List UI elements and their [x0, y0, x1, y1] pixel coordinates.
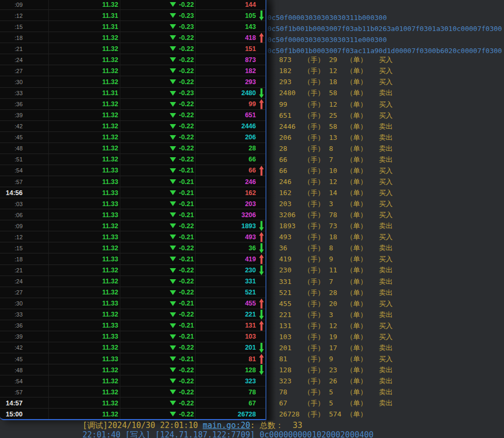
table-row[interactable]: :45 11.33 -0.21 81	[0, 353, 265, 364]
trade-side-label: 买入	[379, 253, 393, 264]
table-row[interactable]: :15 11.32 -0.22 36	[0, 242, 265, 253]
table-row[interactable]: :12 11.31 -0.23 105	[0, 10, 265, 21]
table-row[interactable]: :33 11.31 -0.23 2480	[0, 88, 265, 99]
trade-time: 14:56	[0, 189, 48, 197]
arrow-cell	[258, 32, 265, 43]
down-triangle-icon	[170, 412, 176, 416]
trade-price: 11.32	[48, 34, 120, 42]
table-row[interactable]: :06 11.33 -0.21 3206	[0, 209, 265, 220]
orders-value: 8	[329, 242, 346, 253]
change-value: -0.22	[179, 278, 194, 285]
table-row[interactable]: :15 11.31 -0.23 143	[0, 21, 265, 32]
table-row[interactable]: :39 11.33 -0.21 103	[0, 331, 265, 342]
arrow-cell	[258, 386, 265, 398]
table-row[interactable]: :51 11.32 -0.22 66	[0, 154, 265, 165]
table-row[interactable]: :54 11.32 -0.22 323	[0, 375, 265, 386]
trade-volume: 221	[195, 311, 258, 318]
lots-unit-label: （手）	[304, 398, 329, 409]
table-row[interactable]: :45 11.32 -0.22 206	[0, 132, 265, 143]
table-row[interactable]: :48 11.32 -0.22 28	[0, 143, 265, 154]
source-link[interactable]: main.go:20	[203, 421, 250, 430]
table-row[interactable]: :18 11.33 -0.21 419	[0, 253, 265, 264]
trade-volume: 36	[195, 245, 258, 252]
table-row[interactable]: :48 11.32 -0.22 128	[0, 364, 265, 375]
arrow-cell	[258, 0, 265, 10]
change-value: -0.22	[179, 156, 194, 163]
lots-value: 103	[279, 331, 304, 342]
trade-time: :48	[0, 367, 48, 373]
orders-value: 29	[329, 54, 346, 65]
table-row[interactable]: :21 11.32 -0.22 151	[0, 43, 265, 54]
table-row[interactable]: :57 11.33 -0.21 246	[0, 176, 265, 187]
orders-unit-label: （单）	[346, 364, 379, 375]
table-row[interactable]: :09 11.32 -0.22 1893	[0, 220, 265, 231]
table-row[interactable]: 14:57 11.32 -0.22 67	[0, 398, 265, 409]
trade-side-label: 卖出	[379, 121, 393, 132]
table-row[interactable]: :12 11.33 -0.21 493	[0, 231, 265, 242]
table-row[interactable]: :30 11.32 -0.22 293	[0, 76, 265, 87]
table-row[interactable]: :54 11.33 -0.21 66	[0, 165, 265, 176]
trade-detail-row: 293 （手） 18 （单） 买入	[279, 76, 393, 87]
table-row[interactable]: :27 11.32 -0.22 521	[0, 287, 265, 298]
trade-change: -0.22	[120, 400, 195, 407]
trade-change: -0.21	[120, 178, 195, 186]
trade-detail-row: 3206 （手） 78 （单） 买入	[279, 209, 393, 220]
trade-time: :27	[0, 68, 48, 74]
trade-time: :54	[0, 167, 48, 174]
lots-value: 206	[279, 132, 304, 143]
lots-unit-label: （手）	[304, 409, 329, 420]
time-sales-table[interactable]: :09 11.32 -0.22 144 :12 11.31 -0.23 105 …	[0, 0, 266, 420]
trade-price: 11.32	[48, 278, 120, 285]
table-row[interactable]: :42 11.32 -0.22 201	[0, 342, 265, 353]
trade-detail-row: 182 （手） 12 （单） 买入	[279, 65, 393, 76]
trade-detail-row: 651 （手） 25 （单） 买入	[279, 110, 393, 121]
table-row[interactable]: 15:00 11.32 -0.22 26728	[0, 409, 265, 420]
table-row[interactable]: :30 11.33 -0.21 455	[0, 298, 265, 309]
lots-unit-label: （手）	[304, 165, 329, 176]
orders-value: 58	[329, 121, 346, 132]
arrow-cell	[258, 10, 265, 21]
change-value: -0.22	[179, 400, 194, 407]
lots-unit-label: （手）	[304, 353, 329, 364]
trade-change: -0.22	[120, 34, 195, 42]
table-row[interactable]: :33 11.32 -0.22 221	[0, 309, 265, 320]
table-row[interactable]: :24 11.32 -0.22 873	[0, 54, 265, 65]
trade-time: :03	[0, 201, 48, 207]
change-value: -0.21	[179, 189, 194, 197]
arrow-cell	[258, 198, 265, 209]
change-value: -0.22	[179, 311, 194, 318]
arrow-cell	[258, 143, 265, 154]
lots-value: 78	[279, 386, 304, 398]
trade-volume: 103	[195, 333, 258, 340]
table-row[interactable]: :21 11.32 -0.22 230	[0, 265, 265, 276]
table-row[interactable]: :39 11.32 -0.22 651	[0, 110, 265, 121]
change-value: -0.22	[179, 100, 194, 108]
orders-unit-label: （单）	[346, 287, 379, 298]
lots-value: 128	[279, 364, 304, 375]
down-triangle-icon	[170, 390, 176, 394]
lots-unit-label: （手）	[304, 242, 329, 253]
trade-side-label: 买入	[379, 76, 393, 87]
change-value: -0.21	[179, 178, 194, 186]
trade-time: :09	[0, 2, 48, 8]
trade-side-label: 卖出	[379, 375, 393, 386]
trade-volume: 455	[195, 300, 258, 307]
table-row[interactable]: :27 11.32 -0.22 182	[0, 65, 265, 76]
table-row[interactable]: :42 11.32 -0.22 2446	[0, 121, 265, 132]
table-row[interactable]: :03 11.33 -0.21 203	[0, 198, 265, 209]
lots-unit-label: （手）	[304, 331, 329, 342]
trade-side-label: 买入	[379, 176, 393, 187]
trade-volume: 203	[195, 200, 258, 208]
table-row[interactable]: :18 11.32 -0.22 418	[0, 32, 265, 43]
down-triangle-icon	[170, 113, 176, 118]
trade-volume: 246	[195, 178, 258, 186]
table-row[interactable]: :57 11.32 -0.22 78	[0, 386, 265, 398]
table-row[interactable]: 14:56 11.33 -0.21 162	[0, 187, 265, 198]
trade-price: 11.33	[48, 322, 120, 329]
table-row[interactable]: :36 11.32 -0.22 99	[0, 99, 265, 110]
table-row[interactable]: :36 11.33 -0.21 131	[0, 320, 265, 331]
table-row[interactable]: :09 11.32 -0.22 144	[0, 0, 265, 10]
lots-value: 651	[279, 110, 304, 121]
orders-value: 17	[329, 342, 346, 353]
table-row[interactable]: :24 11.32 -0.22 331	[0, 276, 265, 287]
